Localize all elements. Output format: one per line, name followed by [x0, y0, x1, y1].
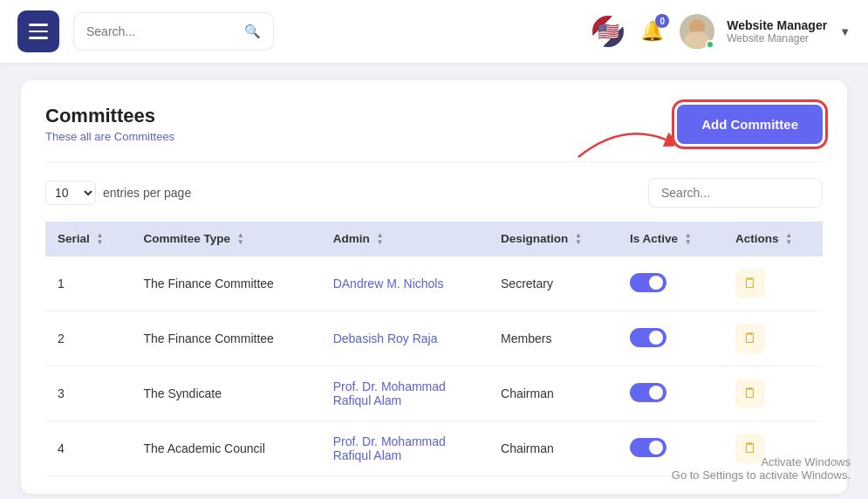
page-title: Committees — [45, 105, 174, 127]
user-dropdown-arrow[interactable]: ▼ — [839, 25, 851, 38]
col-actions: Actions ▲▼ — [723, 222, 823, 256]
cell-designation: Secretary — [489, 256, 618, 311]
cell-serial: 1 — [45, 256, 131, 311]
page-subtitle: These all are Committees — [45, 130, 174, 143]
nav-right: 🇺🇸 🔔 0 Website Manager Website Manager ▼ — [592, 14, 851, 49]
cell-designation: Chairman — [489, 366, 618, 421]
col-active: Is Active ▲▼ — [618, 222, 723, 256]
add-button-section: Add Committee — [677, 105, 823, 144]
sort-arrows-active[interactable]: ▲▼ — [685, 232, 692, 246]
active-toggle[interactable] — [630, 273, 666, 292]
toggle-slider — [630, 328, 666, 347]
search-box: 🔍 — [73, 12, 274, 51]
active-toggle[interactable] — [630, 438, 666, 457]
cell-designation: Members — [489, 311, 618, 366]
table-row: 3 The Syndicate Prof. Dr. MohammadRafiqu… — [45, 366, 823, 421]
cell-actions: 🗒 — [723, 421, 823, 476]
edit-action-button[interactable]: 🗒 — [735, 324, 765, 353]
cell-active — [618, 366, 723, 421]
cell-actions: 🗒 — [723, 366, 823, 421]
col-type: Commitee Type ▲▼ — [131, 222, 320, 256]
active-toggle[interactable] — [630, 328, 666, 347]
hamburger-button[interactable] — [17, 10, 59, 52]
table-row: 4 The Academic Council Prof. Dr. Mohamma… — [45, 421, 823, 476]
edit-action-button[interactable]: 🗒 — [735, 269, 765, 298]
table-row: 1 The Finance Committee DAndrew M. Nicho… — [45, 256, 823, 311]
sort-arrows-actions[interactable]: ▲▼ — [785, 232, 792, 246]
navbar: 🔍 🇺🇸 🔔 0 Website Manager Website Manager… — [0, 0, 868, 63]
cell-admin: Prof. Dr. MohammadRafiqul Alam — [321, 421, 489, 476]
cell-serial: 2 — [45, 311, 131, 366]
cell-type: The Finance Committee — [131, 256, 320, 311]
col-designation: Designation ▲▼ — [489, 222, 618, 256]
entries-control: 10 25 50 100 entries per page — [45, 181, 191, 205]
cell-serial: 4 — [45, 421, 131, 476]
active-toggle[interactable] — [630, 383, 666, 402]
user-role: Website Manager — [727, 32, 827, 44]
sort-arrows-serial[interactable]: ▲▼ — [97, 232, 104, 246]
annotation-arrow — [570, 113, 674, 166]
cell-type: The Syndicate — [131, 366, 320, 421]
table-row: 2 The Finance Committee Debasish Roy Raj… — [45, 311, 823, 366]
user-name: Website Manager — [727, 18, 827, 32]
cell-admin: DAndrew M. Nichols — [321, 256, 489, 311]
toggle-slider — [630, 383, 666, 402]
main-content: Committees These all are Committees Add … — [0, 63, 868, 499]
online-indicator — [706, 40, 714, 49]
sort-arrows-designation[interactable]: ▲▼ — [575, 232, 582, 246]
cell-designation: Chairman — [489, 421, 618, 476]
committees-table: Serial ▲▼ Commitee Type ▲▼ Admin ▲▼ Desi… — [45, 222, 823, 476]
toggle-slider — [630, 273, 666, 292]
table-controls: 10 25 50 100 entries per page — [45, 178, 823, 208]
edit-action-button[interactable]: 🗒 — [735, 379, 765, 408]
cell-active — [618, 256, 723, 311]
card-title-section: Committees These all are Committees — [45, 105, 174, 143]
entries-label: entries per page — [103, 186, 191, 200]
sort-arrows-admin[interactable]: ▲▼ — [376, 232, 383, 246]
table-header: Serial ▲▼ Commitee Type ▲▼ Admin ▲▼ Desi… — [45, 222, 823, 256]
toggle-slider — [630, 438, 666, 457]
cell-type: The Finance Committee — [131, 311, 320, 366]
table-search-input[interactable] — [648, 178, 823, 208]
cell-actions: 🗒 — [723, 311, 823, 366]
cell-active — [618, 311, 723, 366]
avatar-wrapper — [680, 14, 714, 49]
add-committee-button[interactable]: Add Committee — [677, 105, 823, 144]
edit-action-button[interactable]: 🗒 — [735, 434, 765, 463]
user-info: Website Manager Website Manager — [727, 18, 827, 44]
cell-admin: Prof. Dr. MohammadRafiqul Alam — [321, 366, 489, 421]
search-icon: 🔍 — [244, 24, 261, 39]
cell-actions: 🗒 — [723, 256, 823, 311]
cell-type: The Academic Council — [131, 421, 320, 476]
committees-card: Committees These all are Committees Add … — [21, 80, 847, 494]
language-flag[interactable]: 🇺🇸 — [592, 16, 624, 47]
search-input[interactable] — [86, 24, 237, 38]
cell-serial: 3 — [45, 366, 131, 421]
card-header: Committees These all are Committees Add … — [45, 105, 823, 144]
sort-arrows-type[interactable]: ▲▼ — [237, 232, 244, 246]
col-admin: Admin ▲▼ — [321, 222, 489, 256]
divider — [45, 161, 823, 162]
table-body: 1 The Finance Committee DAndrew M. Nicho… — [45, 256, 823, 476]
bell-container: 🔔 0 — [636, 16, 667, 47]
entries-per-page-select[interactable]: 10 25 50 100 — [45, 181, 96, 205]
cell-active — [618, 421, 723, 476]
col-serial: Serial ▲▼ — [45, 222, 131, 256]
cell-admin: Debasish Roy Raja — [321, 311, 489, 366]
